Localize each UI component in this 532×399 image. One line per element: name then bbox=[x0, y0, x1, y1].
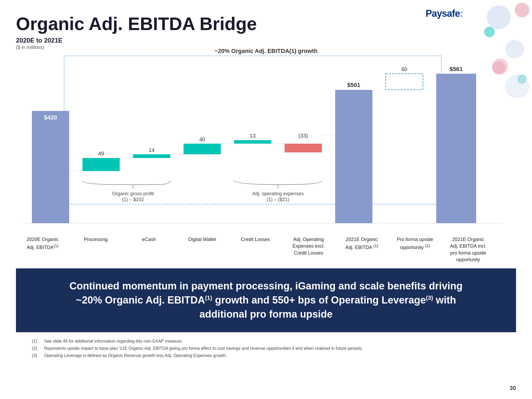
subtitle-row: 2020E to 2021E bbox=[16, 37, 516, 44]
bar-ecash bbox=[133, 154, 170, 158]
bar-2021-organic bbox=[335, 90, 372, 223]
svg-text:(1) – $102: (1) – $102 bbox=[122, 197, 144, 202]
bar-processing bbox=[82, 158, 120, 171]
xlabel-digital-wallet: Digital Wallet bbox=[176, 236, 229, 263]
svg-text:$561: $561 bbox=[450, 66, 463, 72]
svg-text:Organic gross profit: Organic gross profit bbox=[112, 191, 154, 196]
svg-text:49: 49 bbox=[98, 151, 104, 156]
bottom-banner-text: Continued momentum in payment processing… bbox=[69, 280, 463, 320]
svg-text:$501: $501 bbox=[347, 82, 360, 88]
xlabel-credit-losses: Credit Losses bbox=[229, 236, 282, 263]
bar-credit-losses bbox=[234, 140, 271, 144]
xlabel-adj-operating: Adj. OperatingExpenses excl.Credit Losse… bbox=[282, 236, 335, 263]
page: Paysafe: Organic Adj. EBITDA Bridge 2020… bbox=[0, 0, 532, 399]
logo-text: Paysafe bbox=[426, 8, 460, 19]
svg-text:Adj. operating expenses: Adj. operating expenses bbox=[252, 191, 304, 196]
xlabel-2021e-incl: 2021E OrganicAdj. EBITDA incl.pro forma … bbox=[442, 236, 495, 263]
bar-adj-operating bbox=[285, 144, 322, 152]
svg-text:(1) – ($21): (1) – ($21) bbox=[267, 197, 289, 202]
svg-text:13: 13 bbox=[250, 133, 256, 139]
bottom-banner: Continued momentum in payment processing… bbox=[16, 268, 516, 332]
logo-colon: : bbox=[460, 8, 463, 19]
growth-annotation-label: ~20% Organic Adj. EBITDA(1) growth bbox=[16, 48, 516, 55]
footnote-1: (1) See slide 49 for additional informat… bbox=[32, 338, 500, 345]
year-label: 2020E to 2021E bbox=[16, 37, 63, 44]
svg-text:60: 60 bbox=[401, 66, 407, 72]
bar-digital-wallet bbox=[184, 144, 221, 154]
page-number: 30 bbox=[510, 385, 516, 392]
xlabel-2020e-organic: 2020E OrganicAdj. EBITDA(1) bbox=[16, 236, 69, 263]
svg-text:$420: $420 bbox=[44, 114, 57, 121]
logo: Paysafe: bbox=[426, 8, 463, 19]
chart-container: ~20% Organic Adj. EBITDA(1) growth $420 … bbox=[16, 56, 516, 263]
x-axis-labels: 2020E OrganicAdj. EBITDA(1) Processing e… bbox=[16, 236, 511, 263]
footnote-2: (2) Represents upside impact to base pla… bbox=[32, 345, 500, 352]
footnote-3: (3) Operating Leverage is defined as Org… bbox=[32, 352, 500, 359]
chart-svg: $420 49 14 40 13 (33) $50 bbox=[16, 64, 511, 250]
xlabel-processing: Processing bbox=[69, 236, 122, 263]
svg-text:14: 14 bbox=[149, 147, 155, 153]
bar-2021-incl-pro-forma bbox=[436, 74, 476, 223]
svg-text:40: 40 bbox=[199, 136, 205, 142]
xlabel-2021e-organic: 2021E OrganicAdj. EBITDA (1) bbox=[335, 236, 388, 263]
bar-2020-organic bbox=[32, 111, 69, 223]
footnotes: (1) See slide 49 for additional informat… bbox=[16, 332, 516, 365]
svg-text:(33): (33) bbox=[298, 133, 308, 139]
bar-pro-forma-upside bbox=[386, 74, 423, 90]
xlabel-ecash: eCash bbox=[122, 236, 176, 263]
xlabel-pro-forma-upside: Pro forma upsideopportunity (2) bbox=[388, 236, 442, 263]
